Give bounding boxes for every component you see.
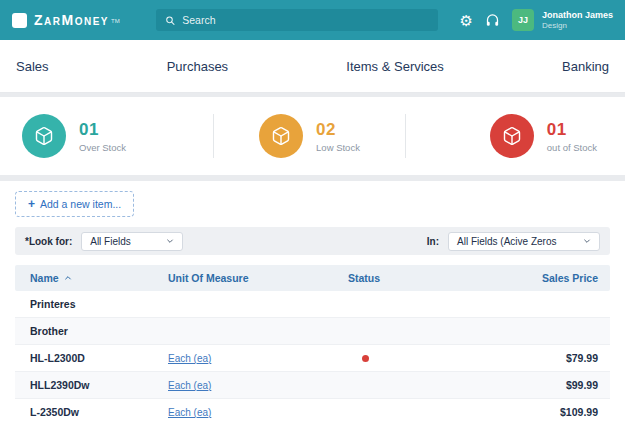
cell-price: $99.99 <box>498 379 610 391</box>
unit-of-measure-link[interactable]: Each (ea) <box>168 353 211 364</box>
chevron-down-icon <box>166 237 174 245</box>
user-role: Design <box>542 21 613 31</box>
cell-name: L-2350Dw <box>15 406 168 418</box>
column-header-unit[interactable]: Unit Of Measure <box>168 272 348 284</box>
unit-of-measure-link[interactable]: Each (ea) <box>168 407 211 418</box>
low-stock-box-icon <box>259 114 303 158</box>
brand-trademark: TM <box>111 18 120 24</box>
table-row-group-printeres[interactable]: Printeres <box>15 291 610 318</box>
topbar-actions: ⚙ JJ Jonathon James Design <box>460 9 613 31</box>
nav-item-items-services[interactable]: Items & Services <box>346 59 444 74</box>
nav-item-sales[interactable]: Sales <box>16 59 49 74</box>
table-row-l-2350dw[interactable]: L-2350Dw Each (ea) $109.99 <box>15 399 610 425</box>
user-meta[interactable]: Jonathon James Design <box>542 10 613 30</box>
column-header-price[interactable]: Sales Price <box>498 272 610 284</box>
unit-of-measure-link[interactable]: Each (ea) <box>168 380 211 391</box>
items-table: Name Unit Of Measure Status Sales Price … <box>15 265 610 425</box>
stat-card-out-of-stock[interactable]: 01 out of Stock <box>406 114 603 158</box>
look-for-label: *Look for: <box>25 236 72 247</box>
cell-name: HLL2390Dw <box>15 379 168 391</box>
cell-status <box>348 352 498 364</box>
topbar: ZarMoney TM ⚙ JJ Jonathon James Design <box>0 0 625 40</box>
avatar[interactable]: JJ <box>512 9 534 31</box>
over-stock-box-icon <box>22 114 66 158</box>
settings-gear-icon[interactable]: ⚙ <box>460 13 473 28</box>
brand-logo[interactable]: ZarMoney TM <box>12 12 150 28</box>
cell-unit: Each (ea) <box>168 406 348 418</box>
plus-icon: + <box>28 197 35 211</box>
nav-item-banking[interactable]: Banking <box>562 59 609 74</box>
cell-price: $79.99 <box>498 352 610 364</box>
cell-unit: Each (ea) <box>168 352 348 364</box>
in-select[interactable]: All Fields (Acive Zeros <box>448 232 600 251</box>
cell-price: $109.99 <box>498 406 610 418</box>
brand-name: ZarMoney <box>34 12 109 28</box>
cell-name: Printeres <box>15 298 168 310</box>
cell-unit: Each (ea) <box>168 379 348 391</box>
stock-stats: 01 Over Stock 02 Low Stock 01 out of Sto… <box>0 97 625 175</box>
out-of-stock-count: 01 <box>547 120 597 140</box>
items-panel: + Add a new item... *Look for: All Field… <box>0 181 625 425</box>
table-row-hll2390dw[interactable]: HLL2390Dw Each (ea) $99.99 <box>15 372 610 399</box>
column-header-name[interactable]: Name <box>15 272 168 284</box>
table-row-group-brother[interactable]: Brother <box>15 318 610 345</box>
nav-item-purchases[interactable]: Purchases <box>167 59 228 74</box>
support-headset-icon[interactable] <box>485 13 500 28</box>
look-for-value: All Fields <box>90 236 131 247</box>
search-icon <box>165 15 175 26</box>
cell-name: HL-L2300D <box>15 352 168 364</box>
sort-asc-icon <box>64 274 72 282</box>
in-label: In: <box>427 236 439 247</box>
table-row-hl-l2300d[interactable]: HL-L2300D Each (ea) $79.99 <box>15 345 610 372</box>
stat-card-low-stock[interactable]: 02 Low Stock <box>214 114 405 158</box>
over-stock-count: 01 <box>79 120 126 140</box>
filter-bar: *Look for: All Fields In: All Fields (Ac… <box>15 227 610 255</box>
column-header-status[interactable]: Status <box>348 272 498 284</box>
out-of-stock-box-icon <box>490 114 534 158</box>
low-stock-count: 02 <box>316 120 360 140</box>
search-input[interactable] <box>182 14 429 26</box>
in-value: All Fields (Acive Zeros <box>457 236 556 247</box>
brand-logo-icon <box>12 13 27 28</box>
status-alert-dot-icon <box>362 355 369 362</box>
search-box[interactable] <box>156 9 438 31</box>
add-item-button[interactable]: + Add a new item... <box>15 191 134 217</box>
out-of-stock-label: out of Stock <box>547 142 597 153</box>
cell-name: Brother <box>15 325 168 337</box>
over-stock-label: Over Stock <box>79 142 126 153</box>
look-for-select[interactable]: All Fields <box>81 232 183 251</box>
stat-card-over-stock[interactable]: 01 Over Stock <box>22 114 213 158</box>
user-name: Jonathon James <box>542 10 613 21</box>
table-body: Printeres Brother HL-L2300D Each (ea) <box>15 291 610 425</box>
chevron-down-icon <box>583 237 591 245</box>
low-stock-label: Low Stock <box>316 142 360 153</box>
main-nav: Sales Purchases Items & Services Banking <box>0 40 625 93</box>
table-header-row: Name Unit Of Measure Status Sales Price <box>15 265 610 291</box>
add-item-label: Add a new item... <box>40 198 121 210</box>
